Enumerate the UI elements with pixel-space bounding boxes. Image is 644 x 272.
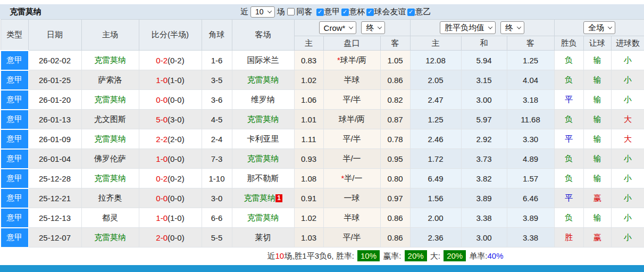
handicap-result-cell: 输	[583, 169, 611, 188]
score-cell: 1-0(0-0)	[139, 149, 202, 169]
period-select[interactable]: 全场	[583, 21, 615, 34]
win-rate-badge: 10%	[357, 250, 380, 261]
score-cell: 0-0(0-0)	[139, 90, 202, 110]
fulltime-score: 1-0	[156, 213, 168, 222]
col-header-handicap: 盘口	[323, 36, 380, 51]
asia-away-odds-cell: 0.86	[380, 70, 410, 90]
match-row: 意甲 26-02-02 克雷莫纳 0-2(0-2) 1-6 国际米兰 0.83 …	[1, 51, 644, 70]
handicap-result-cell: 赢	[583, 228, 611, 248]
corners-cell: 7-3	[202, 149, 232, 169]
goals-result-cell: 小	[611, 188, 644, 208]
asia-away-odds-cell: 0.80	[380, 169, 410, 188]
near-label: 近	[267, 251, 275, 260]
chevron-down-icon	[517, 24, 521, 29]
euro-draw-odds-cell: 3.38	[461, 208, 507, 228]
title-bar: 克雷莫纳 近 10 场 同客 ✓意甲✓意杯✓球会友谊✓意乙	[0, 4, 644, 19]
date-cell: 25-12-13	[28, 208, 81, 228]
result-cell: 平	[554, 129, 583, 149]
bookmaker-select[interactable]: Crow*	[319, 21, 357, 34]
corners-cell: 5-5	[202, 228, 232, 248]
win-odds-label: 赢率:	[383, 251, 401, 260]
away-team-cell: 卡利亚里	[232, 129, 294, 149]
halftime-score: (0-0)	[168, 154, 185, 163]
euro-away-odds-cell: 6.46	[507, 188, 554, 208]
asia-away-odds-cell: 1.05	[380, 51, 410, 70]
euro-odds-time-value: 终	[505, 23, 513, 33]
col-header-score: 比分(半场)	[139, 20, 202, 51]
col-header-euro-away: 客	[507, 36, 554, 51]
euro-draw-odds-cell: 5.94	[461, 51, 507, 70]
euro-odds-group-header: 胜平负均值 终	[410, 20, 554, 36]
col-header-corner: 角球	[202, 20, 232, 51]
asia-away-odds-cell: 0.82	[380, 90, 410, 110]
date-cell: 26-01-04	[28, 149, 81, 169]
team-match-history-panel: 克雷莫纳 近 10 场 同客 ✓意甲✓意杯✓球会友谊✓意乙 类型 日期 主场	[0, 0, 644, 272]
away-team-cell: 克雷莫纳	[232, 149, 294, 169]
fulltime-score: 0-0	[156, 95, 168, 104]
away-team-cell: 维罗纳	[232, 90, 294, 110]
checkbox-checked-icon[interactable]: ✓	[341, 9, 349, 16]
asia-home-odds-cell: 1.01	[294, 110, 323, 129]
league-filter[interactable]: ✓球会友谊	[366, 7, 407, 17]
match-row: 意甲 25-12-07 克雷莫纳 2-0(0-0) 5-5 莱切 1.03 平/…	[1, 228, 644, 248]
result-cell: 平	[554, 90, 583, 110]
team-note-badge: 1	[275, 194, 282, 202]
halftime-score: (3-0)	[168, 115, 185, 124]
recent-count-select[interactable]: 10	[250, 6, 275, 18]
corners-cell: 4-5	[202, 110, 232, 129]
win-odds-rate-badge: 20%	[405, 250, 427, 261]
euro-draw-odds-cell: 3.82	[461, 169, 507, 188]
league-filter-label: 意甲	[324, 7, 340, 17]
handicap-value: 平/半	[342, 134, 361, 143]
league-cell: 意甲	[1, 129, 28, 149]
handicap-value: 平/半	[342, 95, 361, 104]
checkbox-checked-icon[interactable]: ✓	[407, 9, 415, 16]
checkbox-checked-icon[interactable]: ✓	[316, 9, 324, 16]
euro-home-odds-cell: 12.08	[410, 51, 461, 70]
euro-home-odds-cell: 2.46	[410, 129, 461, 149]
score-cell: 2-0(0-0)	[139, 228, 202, 248]
match-row: 意甲 26-01-09 克雷莫纳 2-2(2-0) 2-4 卡利亚里 1.11 …	[1, 129, 644, 149]
result-cell: 胜	[554, 228, 583, 248]
euro-odds-time-select[interactable]: 终	[500, 21, 524, 34]
handicap-cell: *球半/两	[323, 51, 380, 70]
corners-cell: 3-5	[202, 70, 232, 90]
score-cell: 5-0(3-0)	[139, 110, 202, 129]
col-header-date: 日期	[28, 20, 81, 51]
col-header-asia-away: 客	[380, 36, 410, 51]
handicap-cell: 平/半	[323, 129, 380, 149]
handicap-cell: 半球	[323, 70, 380, 90]
big-label: 大:	[430, 251, 440, 260]
away-team-cell: 国际米兰	[232, 51, 294, 70]
league-filter[interactable]: ✓意乙	[407, 7, 432, 17]
euro-away-odds-cell: 3.89	[507, 208, 554, 228]
match-row: 意甲 26-01-04 佛罗伦萨 1-0(0-0) 7-3 克雷莫纳 0.93 …	[1, 149, 644, 169]
league-filter[interactable]: ✓意杯	[341, 7, 366, 17]
fulltime-score: 5-0	[156, 115, 168, 124]
league-filter[interactable]: ✓意甲	[316, 7, 341, 17]
away-team-cell: 克雷莫纳	[232, 110, 294, 129]
games-label: 场	[277, 7, 285, 17]
score-cell: 2-2(2-0)	[139, 129, 202, 149]
league-cell: 意甲	[1, 70, 28, 90]
home-team-cell: 克雷莫纳	[81, 228, 139, 248]
asia-away-odds-cell: 0.97	[380, 188, 410, 208]
chevron-down-icon	[608, 24, 612, 29]
away-team-cell: 莱切	[232, 228, 294, 248]
result-cell: 负	[554, 110, 583, 129]
col-header-away: 客场	[232, 20, 294, 51]
stats-summary: 近10场,胜1平3负6, 胜率: 10% 赢率: 20% 大: 20% 单率:4…	[0, 247, 644, 265]
same-away-checkbox[interactable]	[287, 8, 295, 15]
handicap-value: 球半/两	[340, 55, 366, 64]
checkbox-checked-icon[interactable]: ✓	[366, 9, 374, 16]
halftime-score: (0-0)	[168, 194, 185, 203]
asia-odds-time-select[interactable]: 终	[361, 21, 385, 34]
away-team-cell: 那不勒斯	[232, 169, 294, 188]
team-name-title: 克雷莫纳	[10, 7, 41, 17]
euro-odds-select[interactable]: 胜平负均值	[440, 21, 496, 34]
date-cell: 26-02-02	[28, 51, 81, 70]
col-header-asia-home: 主	[294, 36, 323, 51]
result-cell: 负	[554, 169, 583, 188]
recent-count-value: 10	[255, 7, 264, 16]
handicap-cell: 球半/两	[323, 110, 380, 129]
